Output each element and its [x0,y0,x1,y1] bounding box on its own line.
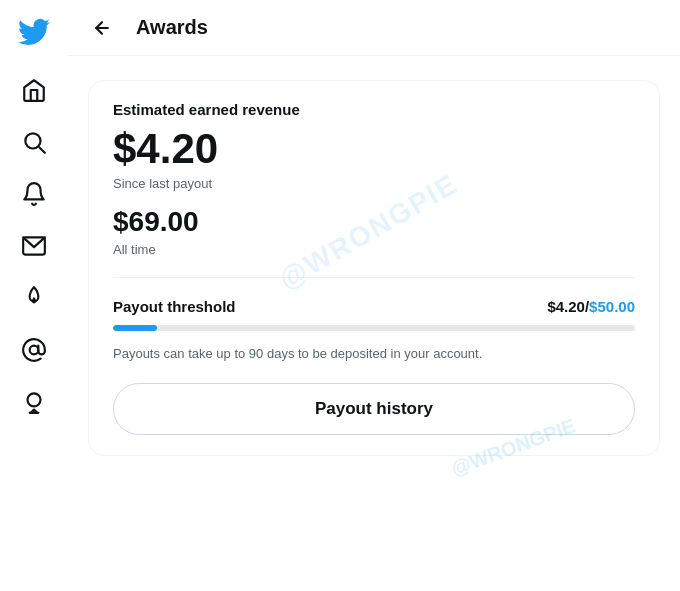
svg-point-4 [28,393,41,406]
page-header: Awards [68,0,680,56]
svg-line-1 [39,147,44,152]
revenue-alltime-amount: $69.00 [113,207,635,238]
payout-current: $4.20 [547,298,585,315]
sidebar-item-search[interactable] [10,118,58,166]
sidebar-item-awards[interactable] [10,378,58,426]
progress-bar-fill [113,325,157,331]
envelope-icon [21,233,47,259]
payout-threshold-row: Payout threshold $4.20/$50.00 [113,298,635,315]
home-icon [21,77,47,103]
payout-target: $50.00 [589,298,635,315]
awards-icon [21,389,47,415]
payout-label: Payout threshold [113,298,236,315]
sidebar-item-home[interactable] [10,66,58,114]
at-icon [21,337,47,363]
sidebar-item-notifications[interactable] [10,170,58,218]
back-arrow-icon [92,18,112,38]
search-icon [21,129,47,155]
revenue-section-label: Estimated earned revenue [113,101,635,118]
payout-history-button[interactable]: Payout history [113,383,635,435]
svg-point-3 [30,346,39,355]
payout-amount-display: $4.20/$50.00 [547,298,635,315]
revenue-alltime-label: All time [113,242,635,257]
flame-icon [21,285,47,311]
svg-point-0 [25,133,40,148]
revenue-main-sublabel: Since last payout [113,176,635,191]
sidebar [0,0,68,591]
main-content: Awards Estimated earned revenue $4.20 Si… [68,0,680,591]
sidebar-item-mentions[interactable] [10,326,58,374]
page-title: Awards [136,16,208,39]
content-area: Estimated earned revenue $4.20 Since las… [68,56,680,591]
payout-note: Payouts can take up to 90 days to be dep… [113,345,635,363]
divider [113,277,635,278]
revenue-card: Estimated earned revenue $4.20 Since las… [88,80,660,456]
sidebar-item-trending[interactable] [10,274,58,322]
progress-bar-container [113,325,635,331]
bell-icon [21,181,47,207]
revenue-main-amount: $4.20 [113,126,635,172]
back-button[interactable] [84,10,120,46]
sidebar-item-messages[interactable] [10,222,58,270]
twitter-logo[interactable] [10,8,58,56]
